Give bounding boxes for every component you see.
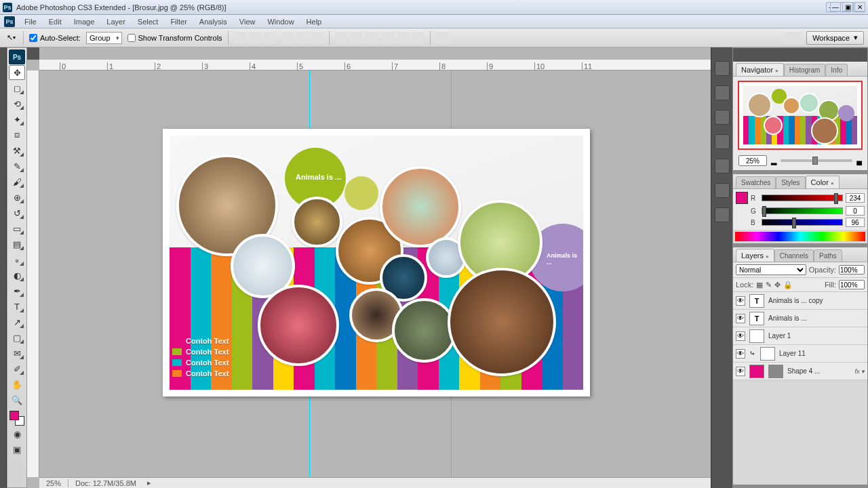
layer-row[interactable]: 👁TAnimals is ... copy [733, 292, 867, 310]
zoom-out-icon[interactable]: ▂ [771, 157, 776, 165]
brush-tool[interactable]: 🖌 [9, 174, 25, 189]
tool-presets-icon[interactable] [715, 110, 730, 125]
visibility-toggle-icon[interactable]: 👁 [736, 314, 745, 323]
dist-top-icon[interactable] [335, 32, 347, 44]
stamp-tool[interactable]: ⊕ [9, 190, 25, 205]
align-bottom-icon[interactable] [264, 32, 276, 44]
history-tool[interactable]: ↺ [9, 205, 25, 220]
visibility-toggle-icon[interactable]: 👁 [736, 349, 745, 359]
visibility-toggle-icon[interactable]: 👁 [736, 331, 745, 341]
menu-edit[interactable]: Edit [43, 16, 67, 27]
quickmask-icon[interactable]: ◉ [9, 426, 25, 441]
marquee-tool[interactable]: ◻ [9, 81, 25, 96]
brushes-icon[interactable] [715, 61, 730, 76]
paragraph-icon[interactable] [715, 207, 730, 222]
move-tool[interactable]: ✥ [9, 65, 25, 80]
color-slider[interactable] [762, 207, 843, 214]
heal-tool[interactable]: ✎ [9, 159, 25, 174]
auto-align-icon[interactable] [436, 32, 448, 44]
dodge-tool[interactable]: ◐ [9, 268, 25, 283]
notes-tool[interactable]: ✉ [9, 346, 25, 361]
foreground-swatch[interactable] [736, 192, 748, 204]
shape-tool[interactable]: ▢ [9, 330, 25, 345]
menu-window[interactable]: Window [262, 16, 299, 27]
tab-channels[interactable]: Channels [774, 249, 814, 262]
panel-grip[interactable] [733, 48, 867, 62]
character-icon[interactable] [715, 183, 730, 198]
tab-info[interactable]: Info [825, 64, 848, 76]
tab-color[interactable]: Color× [806, 176, 840, 188]
auto-select-dropdown[interactable]: Group [86, 32, 122, 44]
color-value[interactable]: 96 [846, 218, 865, 227]
show-transform-checkbox[interactable]: Show Transform Controls [127, 34, 222, 42]
doc-close-button[interactable]: ✕ [854, 2, 865, 12]
dist-left-icon[interactable] [382, 32, 395, 44]
fill-input[interactable] [839, 280, 865, 289]
navigator-zoom-slider[interactable] [781, 159, 852, 162]
color-swatch[interactable] [9, 411, 24, 426]
color-spectrum[interactable] [735, 232, 865, 241]
ps-home[interactable]: Ps [9, 49, 25, 64]
visibility-toggle-icon[interactable]: 👁 [736, 367, 745, 376]
dist-bottom-icon[interactable] [365, 32, 377, 44]
color-value[interactable]: 0 [846, 206, 865, 216]
menu-filter[interactable]: Filter [165, 16, 192, 27]
color-slider[interactable] [762, 219, 843, 226]
clone-source-icon[interactable] [715, 85, 730, 100]
dist-hcenter-icon[interactable] [397, 32, 410, 44]
screenmode-icon[interactable]: ▣ [9, 442, 25, 457]
visibility-toggle-icon[interactable]: 👁 [736, 296, 745, 306]
auto-select-checkbox[interactable]: Auto-Select: [29, 34, 81, 42]
blur-tool[interactable]: ∘ [9, 252, 25, 267]
slice-tool[interactable]: ⚒ [9, 143, 25, 158]
ps-menu-icon[interactable]: Ps [4, 16, 15, 27]
layer-row[interactable]: 👁Shape 4 ...fx ▾ [733, 363, 867, 380]
align-right-icon[interactable] [311, 32, 323, 44]
align-vcenter-icon[interactable] [249, 32, 261, 44]
layer-row[interactable]: 👁⤷Layer 11 [733, 345, 867, 363]
menu-view[interactable]: View [234, 16, 261, 27]
eraser-tool[interactable]: ▭ [9, 221, 25, 236]
navigator-zoom-input[interactable] [738, 155, 767, 166]
dock-grip[interactable] [0, 47, 7, 488]
layer-comps-icon[interactable] [715, 134, 730, 149]
blend-mode-dropdown[interactable]: Normal [736, 264, 806, 275]
tab-swatches[interactable]: Swatches [736, 176, 776, 188]
zoom-tool[interactable]: 🔍 [9, 392, 25, 407]
lock-all-icon[interactable]: 🔒 [783, 281, 793, 289]
lasso-tool[interactable]: ⟲ [9, 96, 25, 111]
doc-minimize-button[interactable]: — [830, 2, 841, 12]
align-left-icon[interactable] [281, 32, 294, 44]
eyedropper-tool[interactable]: ✐ [9, 361, 25, 376]
zoom-readout[interactable]: 25% [39, 479, 68, 487]
tab-navigator[interactable]: Navigator× [736, 63, 784, 76]
tab-histogram[interactable]: Histogram [784, 64, 826, 76]
layer-row[interactable]: 👁TAnimals is ... [733, 310, 867, 327]
gradient-tool[interactable]: ▤ [9, 237, 25, 251]
doc-info-readout[interactable]: Doc: 12.7M/35.8M [68, 479, 143, 487]
crop-tool[interactable]: ⧈ [9, 127, 25, 142]
type-tool[interactable]: T [9, 299, 25, 314]
menu-analysis[interactable]: Analysis [194, 16, 233, 27]
lock-pixels-icon[interactable]: ✎ [766, 281, 772, 289]
navigator-thumbnail[interactable] [738, 81, 863, 150]
pen-tool[interactable]: ✒ [9, 283, 25, 298]
menu-image[interactable]: Image [68, 16, 100, 27]
tab-layers[interactable]: Layers× [736, 249, 774, 262]
dist-right-icon[interactable] [412, 32, 425, 44]
opacity-input[interactable] [839, 265, 865, 274]
tab-paths[interactable]: Paths [814, 249, 842, 262]
document-canvas[interactable]: Animals is ... Animals is ... Contoh Tex… [163, 129, 590, 396]
align-hcenter-icon[interactable] [296, 32, 309, 44]
dist-vcenter-icon[interactable] [350, 32, 362, 44]
menu-help[interactable]: Help [301, 16, 328, 27]
menu-file[interactable]: File [19, 16, 42, 27]
lock-position-icon[interactable]: ✥ [774, 281, 781, 289]
doc-restore-button[interactable]: ▣ [842, 2, 853, 12]
zoom-in-icon[interactable]: ▄ [856, 157, 862, 165]
menu-layer[interactable]: Layer [101, 16, 131, 27]
workspace-dropdown[interactable]: Workspace▾ [806, 31, 864, 45]
lock-transparency-icon[interactable]: ▦ [756, 281, 763, 289]
menu-select[interactable]: Select [132, 16, 164, 27]
wand-tool[interactable]: ✦ [9, 112, 25, 127]
